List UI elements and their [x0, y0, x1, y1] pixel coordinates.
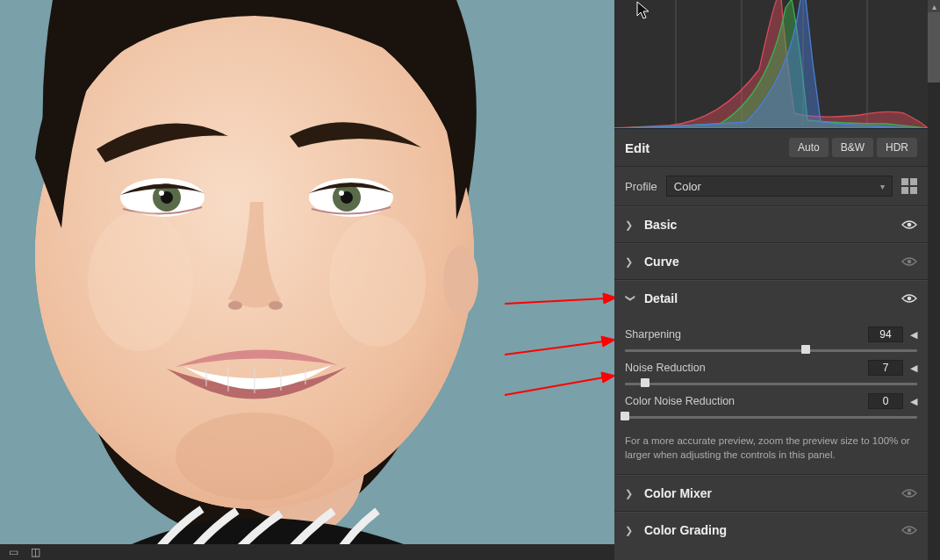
edit-buttons: Auto B&W HDR	[789, 138, 917, 157]
svg-point-20	[329, 215, 426, 347]
view-single-icon[interactable]: ▭	[9, 546, 18, 558]
section-detail[interactable]: ❯ Detail	[614, 280, 928, 316]
annotation-arrow	[505, 291, 614, 309]
expand-icon[interactable]: ◀	[910, 329, 917, 341]
svg-marker-25	[601, 336, 614, 347]
sharpening-label: Sharpening	[625, 328, 681, 341]
sharpening-value[interactable]: 94	[868, 327, 903, 342]
svg-line-22	[505, 298, 606, 304]
edit-title: Edit	[625, 140, 649, 155]
edit-header: Edit Auto B&W HDR	[614, 129, 928, 167]
auto-button[interactable]: Auto	[789, 138, 829, 157]
sharpening-control: Sharpening 94 ◀	[625, 327, 917, 355]
svg-point-32	[908, 223, 912, 227]
portrait-illustration	[0, 0, 614, 560]
svg-point-36	[908, 528, 912, 533]
svg-marker-27	[601, 372, 614, 383]
edit-panel: Edit Auto B&W HDR Profile Color ▾	[614, 0, 928, 560]
bw-button[interactable]: B&W	[832, 138, 873, 157]
color-noise-reduction-control: Color Noise Reduction 0 ◀	[625, 393, 917, 421]
canvas-bottom-bar: ▭ ◫	[0, 544, 614, 560]
view-compare-icon[interactable]: ◫	[31, 546, 40, 558]
noise-reduction-label: Noise Reduction	[625, 362, 706, 374]
expand-icon[interactable]: ◀	[910, 396, 917, 407]
histogram[interactable]	[614, 0, 928, 129]
svg-point-12	[269, 301, 283, 310]
color-noise-reduction-label: Color Noise Reduction	[625, 395, 735, 407]
scroll-thumb[interactable]	[928, 12, 940, 83]
eye-icon[interactable]	[901, 525, 917, 535]
svg-point-35	[908, 492, 912, 496]
section-color-grading[interactable]: ❯ Color Grading	[614, 512, 928, 548]
profile-select[interactable]: Color ▾	[666, 176, 893, 197]
color-noise-reduction-value[interactable]: 0	[868, 393, 903, 409]
chevron-right-icon: ❯	[625, 525, 635, 536]
section-curve-label: Curve	[644, 255, 679, 269]
scroll-up-icon[interactable]: ▴	[928, 0, 940, 12]
chevron-right-icon: ❯	[625, 219, 635, 231]
eye-icon[interactable]	[901, 256, 917, 267]
svg-point-33	[908, 260, 912, 264]
profile-row: Profile Color ▾	[614, 167, 928, 206]
eye-icon[interactable]	[901, 488, 917, 499]
panel-scrollbar[interactable]: ▴	[928, 0, 940, 560]
chevron-down-icon: ▾	[880, 182, 885, 191]
svg-line-24	[505, 341, 604, 355]
noise-reduction-value[interactable]: 7	[868, 360, 903, 376]
chevron-right-icon: ❯	[625, 488, 635, 499]
noise-reduction-control: Noise Reduction 7 ◀	[625, 360, 917, 388]
svg-point-34	[908, 297, 912, 301]
annotation-arrow	[505, 369, 614, 400]
annotation-arrow	[505, 334, 614, 360]
sharpening-slider[interactable]	[625, 346, 917, 355]
image-canvas[interactable]: ▭ ◫	[0, 0, 614, 560]
detail-hint-text: For a more accurate preview, zoom the pr…	[625, 434, 917, 462]
section-curve[interactable]: ❯ Curve	[614, 243, 928, 280]
svg-marker-23	[603, 293, 614, 304]
eye-icon[interactable]	[901, 219, 917, 230]
profile-browser-icon[interactable]	[901, 178, 917, 194]
right-side: Edit Auto B&W HDR Profile Color ▾	[614, 0, 940, 560]
hdr-button[interactable]: HDR	[877, 138, 917, 157]
chevron-down-icon: ❯	[625, 293, 636, 304]
svg-point-10	[339, 190, 344, 196]
svg-line-26	[505, 377, 604, 395]
app-root: ▭ ◫ Edit	[0, 0, 940, 560]
section-detail-label: Detail	[644, 291, 678, 305]
section-basic[interactable]: ❯ Basic	[614, 206, 928, 243]
expand-icon[interactable]: ◀	[910, 363, 917, 374]
section-color-mixer[interactable]: ❯ Color Mixer	[614, 475, 928, 512]
detail-body: Sharpening 94 ◀ Noise Reduction	[614, 316, 928, 475]
profile-value: Color	[674, 180, 701, 193]
section-basic-label: Basic	[644, 218, 677, 232]
noise-reduction-slider[interactable]	[625, 379, 917, 388]
eye-icon[interactable]	[901, 293, 917, 304]
svg-point-18	[176, 413, 334, 500]
section-color-mixer-label: Color Mixer	[644, 486, 712, 500]
svg-point-21	[443, 246, 478, 316]
svg-point-11	[228, 301, 242, 310]
section-color-grading-label: Color Grading	[644, 523, 727, 537]
chevron-right-icon: ❯	[625, 256, 635, 268]
color-noise-reduction-slider[interactable]	[625, 413, 917, 421]
svg-point-19	[88, 211, 193, 351]
profile-label: Profile	[625, 180, 657, 193]
svg-point-6	[159, 190, 164, 196]
